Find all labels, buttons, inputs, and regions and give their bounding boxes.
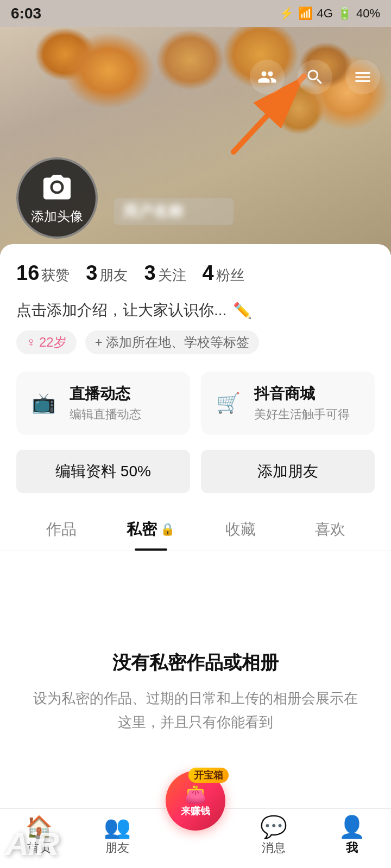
- empty-title: 没有私密作品或相册: [112, 650, 279, 675]
- search-button[interactable]: [298, 60, 332, 94]
- camera-icon: [41, 171, 73, 203]
- feature-shop[interactable]: 🛒 抖音商城 美好生活触手可得: [201, 372, 375, 435]
- shop-icon: 🛒: [212, 387, 244, 419]
- profile-nav-label: 我: [346, 840, 358, 856]
- live-icon: 📺: [27, 387, 60, 419]
- avatar-button[interactable]: 添加头像: [16, 157, 98, 239]
- following-count: 3: [144, 261, 155, 285]
- earn-button[interactable]: 开宝箱 👛 来赚钱: [166, 771, 225, 831]
- avatar-section: 添加头像: [16, 157, 98, 239]
- action-buttons: 编辑资料 50% 添加朋友: [16, 450, 375, 504]
- search-icon: [305, 67, 325, 87]
- nav-messages[interactable]: 💬 消息: [235, 816, 313, 856]
- tab-favorites[interactable]: 收藏: [195, 504, 285, 551]
- followers-count: 4: [203, 261, 214, 285]
- edit-bio-icon: ✏️: [233, 302, 252, 320]
- bio-line[interactable]: 点击添加介绍，让大家认识你... ✏️: [16, 300, 375, 321]
- username-area: 用户名称: [114, 198, 234, 225]
- feature-live[interactable]: 📺 直播动态 编辑直播动态: [16, 372, 190, 435]
- add-tag-button[interactable]: + 添加所在地、学校等标签: [85, 330, 260, 354]
- tab-works-label: 作品: [46, 519, 77, 540]
- tab-likes[interactable]: 喜欢: [285, 504, 375, 551]
- shop-sub: 美好生活触手可得: [254, 406, 350, 423]
- status-icons: ⚡ 📶 4G 🔋 40%: [279, 7, 380, 21]
- earn-label: 来赚钱: [181, 805, 210, 818]
- shop-title: 抖音商城: [254, 384, 350, 404]
- lock-icon: 🔒: [160, 522, 175, 537]
- live-title: 直播动态: [70, 384, 141, 404]
- friends-label: 朋友: [99, 266, 128, 285]
- following-label: 关注: [158, 266, 186, 285]
- add-tag-label: + 添加所在地、学校等标签: [95, 334, 250, 351]
- friends-icon: 👥: [104, 816, 131, 838]
- tags-row: ♀ 22岁 + 添加所在地、学校等标签: [16, 330, 375, 354]
- home-icon: 🏠: [26, 816, 53, 838]
- add-friend-button[interactable]: 添加朋友: [201, 450, 375, 493]
- friends-count: 3: [86, 261, 97, 285]
- banner-actions: [250, 60, 380, 94]
- menu-button[interactable]: [345, 60, 380, 94]
- live-info: 直播动态 编辑直播动态: [70, 384, 141, 423]
- wifi-icon: 📶: [298, 7, 313, 21]
- battery-icon: 🔋: [337, 7, 352, 21]
- nav-profile[interactable]: 👤 我: [313, 816, 391, 856]
- contacts-button[interactable]: [250, 60, 285, 94]
- add-avatar-label: 添加头像: [31, 208, 83, 225]
- stat-friends[interactable]: 3 朋友: [86, 261, 128, 285]
- stat-following[interactable]: 3 关注: [144, 261, 186, 285]
- stats-row: 16 获赞 3 朋友 3 关注 4 粉丝: [16, 261, 375, 285]
- features-row: 📺 直播动态 编辑直播动态 🛒 抖音商城 美好生活触手可得: [16, 372, 375, 435]
- bio-text: 点击添加介绍，让大家认识你...: [16, 300, 226, 321]
- tab-private-label: 私密: [127, 519, 157, 540]
- stat-followers[interactable]: 4 粉丝: [203, 261, 244, 285]
- friends-nav-label: 朋友: [105, 840, 129, 856]
- earn-badge: 开宝箱: [188, 768, 229, 783]
- followers-label: 粉丝: [216, 266, 244, 285]
- empty-desc: 设为私密的作品、过期的日常和上传的相册会展示在这里，并且只有你能看到: [33, 686, 358, 734]
- nav-friends[interactable]: 👥 朋友: [78, 816, 156, 856]
- bottom-nav: 🏠 首页 👥 朋友 开宝箱 👛 来赚钱 💬 消息 👤 我: [0, 808, 391, 868]
- profile-icon: 👤: [338, 816, 365, 838]
- battery-level: 40%: [356, 7, 380, 21]
- tab-favorites-label: 收藏: [225, 519, 256, 540]
- earn-icon: 👛: [185, 784, 206, 805]
- tab-private[interactable]: 私密 🔒: [106, 504, 195, 551]
- messages-label: 消息: [262, 840, 286, 856]
- username-blurred: 用户名称: [123, 201, 225, 222]
- live-sub: 编辑直播动态: [70, 406, 141, 423]
- stat-likes[interactable]: 16 获赞: [16, 261, 70, 285]
- edit-profile-button[interactable]: 编辑资料 50%: [16, 450, 190, 493]
- nav-home[interactable]: 🏠 首页: [0, 816, 78, 856]
- shop-info: 抖音商城 美好生活触手可得: [254, 384, 350, 423]
- tab-works[interactable]: 作品: [16, 504, 106, 551]
- gender-icon: ♀: [26, 335, 36, 350]
- likes-count: 16: [16, 261, 39, 285]
- age-text: 22岁: [39, 334, 67, 351]
- tabs-bar: 作品 私密 🔒 收藏 喜欢: [0, 504, 391, 551]
- tab-likes-label: 喜欢: [315, 519, 345, 540]
- age-tag: ♀ 22岁: [16, 330, 77, 354]
- bluetooth-icon: ⚡: [279, 7, 294, 21]
- likes-label: 获赞: [41, 266, 70, 285]
- hero-banner: 添加头像 用户名称: [0, 27, 391, 255]
- status-bar: 6:03 ⚡ 📶 4G 🔋 40%: [0, 0, 391, 27]
- home-label: 首页: [27, 840, 51, 856]
- messages-icon: 💬: [260, 816, 287, 838]
- profile-card: 16 获赞 3 朋友 3 关注 4 粉丝 点击添加介绍，让大家认识你... ✏️…: [0, 244, 391, 504]
- contacts-icon: [257, 67, 277, 87]
- menu-icon: [353, 67, 373, 87]
- status-time: 6:03: [11, 5, 41, 22]
- signal-icon: 4G: [317, 7, 333, 21]
